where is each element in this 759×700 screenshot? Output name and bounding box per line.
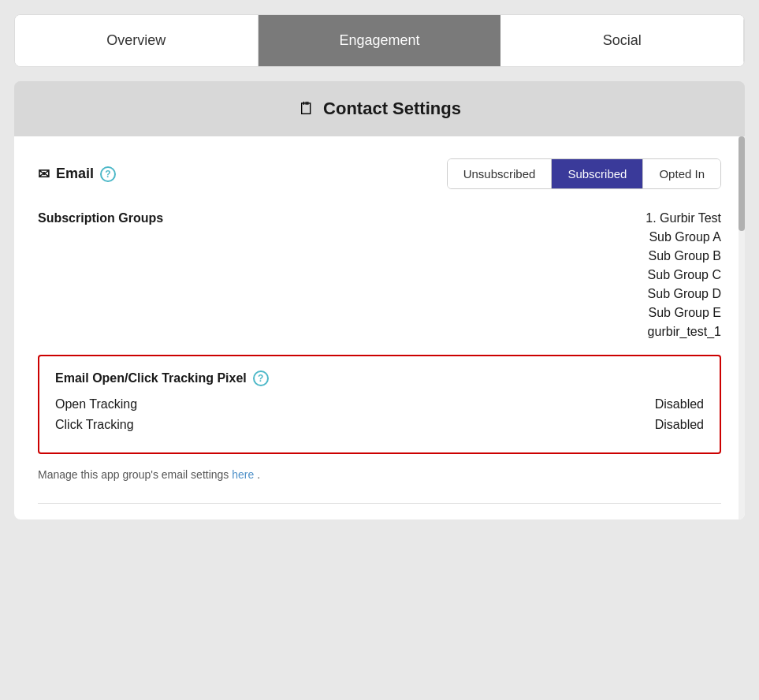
email-label: ✉ Email ? [38, 166, 116, 183]
email-text: Email [56, 166, 94, 182]
content-area: 🗒 Contact Settings ✉ Email ? Unsubscribe… [14, 81, 745, 519]
tracking-title: Email Open/Click Tracking Pixel [55, 371, 247, 385]
settings-body: ✉ Email ? Unsubscribed Subscribed Opted … [14, 136, 745, 519]
subscription-toggle: Unsubscribed Subscribed Opted In [447, 158, 721, 189]
open-tracking-value: Disabled [655, 397, 704, 411]
tab-overview[interactable]: Overview [15, 15, 259, 66]
list-item: Sub Group C [646, 268, 721, 282]
tracking-title-row: Email Open/Click Tracking Pixel ? [55, 370, 704, 386]
divider [38, 503, 721, 504]
footer-text: Manage this app group's email settings h… [38, 468, 721, 489]
scrollbar-thumb[interactable] [739, 136, 745, 231]
list-item: Sub Group A [646, 230, 721, 244]
toggle-opted-in[interactable]: Opted In [643, 159, 720, 188]
email-help-icon[interactable]: ? [100, 166, 116, 182]
email-icon: ✉ [38, 166, 50, 183]
groups-list: 1. Gurbir Test Sub Group A Sub Group B S… [646, 211, 721, 339]
tracking-help-icon[interactable]: ? [253, 370, 269, 386]
contact-settings-header: 🗒 Contact Settings [14, 81, 745, 136]
list-item: Sub Group B [646, 249, 721, 263]
tab-social[interactable]: Social [500, 15, 744, 66]
toggle-subscribed[interactable]: Subscribed [552, 159, 643, 188]
click-tracking-label: Click Tracking [55, 418, 134, 432]
list-item: Sub Group D [646, 287, 721, 301]
list-item: Sub Group E [646, 306, 721, 320]
tracking-item-open: Open Tracking Disabled [55, 397, 704, 411]
tab-engagement[interactable]: Engagement [259, 15, 501, 66]
settings-icon: 🗒 [298, 99, 315, 119]
subscription-groups-label: Subscription Groups [38, 211, 163, 225]
email-row: ✉ Email ? Unsubscribed Subscribed Opted … [38, 158, 721, 189]
list-item: gurbir_test_1 [646, 325, 721, 339]
contact-settings-title: Contact Settings [323, 99, 461, 119]
tracking-section: Email Open/Click Tracking Pixel ? Open T… [38, 355, 721, 454]
open-tracking-label: Open Tracking [55, 397, 137, 411]
toggle-unsubscribed[interactable]: Unsubscribed [448, 159, 553, 188]
tab-bar: Overview Engagement Social [14, 14, 745, 67]
click-tracking-value: Disabled [655, 418, 704, 432]
subscription-groups-row: Subscription Groups 1. Gurbir Test Sub G… [38, 211, 721, 339]
tracking-item-click: Click Tracking Disabled [55, 418, 704, 432]
footer-link[interactable]: here [232, 468, 254, 481]
scrollbar-track [739, 136, 745, 519]
footer-text-before: Manage this app group's email settings [38, 468, 229, 481]
list-item: 1. Gurbir Test [646, 211, 721, 225]
footer-text-after: . [257, 468, 260, 481]
